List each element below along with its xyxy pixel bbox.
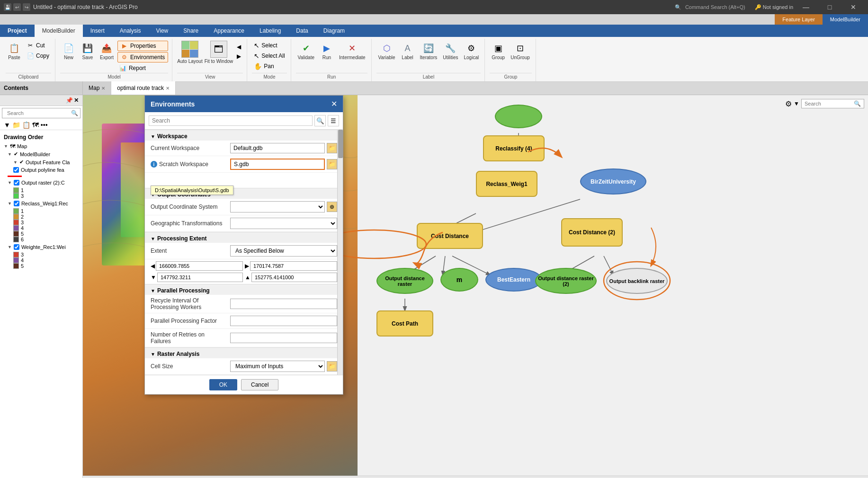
label-button[interactable]: A Label: [399, 41, 416, 61]
title-bar-controls[interactable]: 🔍 Command Search (Alt+Q) 🔑 Not signed in…: [675, 0, 864, 14]
tab-appearance[interactable]: Appearance: [206, 25, 252, 37]
save-icon[interactable]: 💾: [4, 3, 11, 11]
folder-icon[interactable]: 📁: [12, 121, 20, 129]
weighte-check[interactable]: [14, 244, 19, 250]
output-raster-check[interactable]: [14, 180, 19, 186]
node-output-dist-raster[interactable]: Output distance raster: [376, 268, 433, 294]
more-icon[interactable]: •••: [41, 121, 48, 129]
iterators-button[interactable]: 🔄 Iterators: [418, 41, 439, 61]
table-icon[interactable]: 📋: [22, 121, 30, 129]
contents-search-input[interactable]: [4, 109, 71, 117]
dialog-menu-button[interactable]: ☰: [328, 115, 339, 126]
auto-layout-btn[interactable]: Auto Layout: [177, 59, 202, 64]
close-map-tab[interactable]: ✕: [101, 86, 105, 91]
zoom-out-button[interactable]: ▶: [235, 52, 243, 61]
cell-size-folder-btn[interactable]: 📁: [327, 361, 337, 372]
dialog-scrollbar[interactable]: [337, 130, 343, 375]
modelbuilder-canvas[interactable]: ⚙ ▼ 🔍: [358, 95, 868, 476]
contents-header-btns[interactable]: 📌 ✕: [66, 97, 79, 104]
close-contents-icon[interactable]: ✕: [74, 97, 79, 104]
maximize-button[interactable]: □: [819, 0, 841, 14]
extent-left-input[interactable]: [156, 261, 243, 271]
tab-modelbuilder[interactable]: ModelBuilder: [35, 25, 83, 37]
tree-reclass-weig[interactable]: ▼ Reclass_Weig1:Rec: [0, 200, 82, 207]
variable-button[interactable]: ⬡ Variable: [376, 41, 397, 61]
quick-access-toolbar[interactable]: 💾 ↩ ↪: [4, 3, 30, 11]
parallel-processing-section-header[interactable]: ▼ Parallel Processing: [145, 284, 343, 295]
scratch-workspace-folder-btn[interactable]: 📁: [327, 159, 337, 169]
node-cost-path[interactable]: Cost Path: [376, 310, 433, 336]
node-reclassify[interactable]: Reclassify (4): [483, 135, 545, 161]
select-all-button[interactable]: ↖ Select All: [252, 51, 286, 61]
tab-diagram[interactable]: Diagram: [316, 25, 352, 37]
node-cost-distance[interactable]: Cost Distance: [417, 223, 483, 249]
select-button[interactable]: ↖ Select: [252, 41, 286, 50]
node-cost-distance-2[interactable]: Cost Distance (2): [561, 218, 623, 247]
dialog-search-button[interactable]: 🔍: [314, 115, 326, 126]
tree-weighte[interactable]: ▼ Weighte_Rec1:Wei: [0, 243, 82, 251]
tree-output-feature[interactable]: ▼ ✔ Output Feature Cla: [0, 158, 82, 166]
fit-window-btn[interactable]: Fit to Window: [205, 59, 233, 64]
geo-trans-select[interactable]: [230, 218, 337, 229]
tab-labeling[interactable]: Labeling: [252, 25, 288, 37]
undo-icon[interactable]: ↩: [13, 3, 21, 11]
modelbuilder-tab[interactable]: ModelBuilder: [823, 14, 868, 25]
cut-button[interactable]: ✂ Cut: [25, 41, 51, 50]
extent-bottom-input[interactable]: [157, 273, 243, 282]
tree-modelbuilder[interactable]: ▼ ✔ ModelBuilder: [0, 150, 82, 158]
reclass-check[interactable]: [14, 201, 19, 206]
save-model-button[interactable]: 💾 Save: [79, 41, 96, 61]
close-optimal-tab[interactable]: ✕: [166, 86, 170, 91]
num-retries-input[interactable]: [230, 333, 337, 343]
dialog-search-input[interactable]: [149, 115, 313, 126]
extent-top-input[interactable]: [251, 273, 337, 282]
validate-button[interactable]: ✔ Validate: [296, 41, 316, 61]
tab-share[interactable]: Share: [176, 25, 206, 37]
tree-output-raster[interactable]: ▼ Output raster (2):C: [0, 179, 82, 186]
node-output-dist-raster-2[interactable]: Output distance raster (2): [535, 268, 597, 294]
coord-system-btn[interactable]: ⊕: [327, 202, 337, 212]
cancel-button[interactable]: Cancel: [241, 379, 278, 390]
processing-extent-section-header[interactable]: ▼ Processing Extent: [145, 232, 343, 243]
raster-icon[interactable]: 🗺: [32, 121, 39, 129]
current-workspace-folder-btn[interactable]: 📁: [327, 143, 337, 153]
tree-map[interactable]: ▼ 🗺 Map: [0, 142, 82, 150]
ungroup-button[interactable]: ⊡ UnGroup: [509, 41, 532, 61]
node-birzeit[interactable]: BirZeitUniversity: [580, 168, 646, 195]
dialog-close-button[interactable]: ✕: [331, 99, 337, 108]
pan-button[interactable]: ✋ Pan: [252, 62, 286, 71]
tab-insert[interactable]: Insert: [83, 25, 112, 37]
tab-optimal-route[interactable]: optimal route track ✕: [111, 81, 176, 95]
intermediate-button[interactable]: ✕ Intermediate: [337, 41, 367, 61]
close-button[interactable]: ✕: [842, 0, 864, 14]
tree-output-polyline[interactable]: Output polyline fea: [0, 166, 82, 174]
node-output-backlink[interactable]: Output backlink raster: [606, 268, 668, 294]
node-m[interactable]: m: [440, 268, 478, 292]
tab-data[interactable]: Data: [288, 25, 315, 37]
parallel-factor-input[interactable]: [230, 316, 337, 326]
group-button[interactable]: ▣ Group: [490, 41, 507, 61]
tab-map[interactable]: Map ✕: [83, 81, 111, 95]
tab-analysis[interactable]: Analysis: [112, 25, 149, 37]
utilities-button[interactable]: 🔧 Utilities: [441, 41, 460, 61]
scratch-workspace-input[interactable]: [230, 159, 325, 170]
environments-button[interactable]: ⚙ Environments: [117, 52, 168, 62]
coord-system-select[interactable]: [230, 201, 325, 212]
minimize-button[interactable]: —: [795, 0, 817, 14]
filter-arrow-icon[interactable]: ▼: [794, 100, 799, 107]
current-workspace-input[interactable]: [230, 143, 325, 153]
node-reclass-weig[interactable]: Reclass_Weig1: [476, 171, 537, 197]
recycle-interval-input[interactable]: [230, 299, 337, 309]
tab-project[interactable]: Project: [0, 25, 35, 37]
copy-button[interactable]: 📄 Copy: [25, 51, 51, 61]
tab-view[interactable]: View: [148, 25, 176, 37]
node-besteastern[interactable]: BestEastern: [485, 268, 542, 292]
export-button[interactable]: 📤 Export: [98, 41, 116, 61]
logical-button[interactable]: ⚙ Logical: [462, 41, 481, 61]
extent-right-input[interactable]: [250, 261, 337, 271]
raster-analysis-section-header[interactable]: ▼ Raster Analysis: [145, 347, 343, 358]
feature-layer-tab[interactable]: Feature Layer: [775, 14, 822, 25]
cell-size-select[interactable]: Maximum of Inputs: [230, 361, 325, 372]
workspace-section-header[interactable]: ▼ Workspace: [145, 130, 343, 141]
node-green-top[interactable]: [495, 105, 542, 128]
